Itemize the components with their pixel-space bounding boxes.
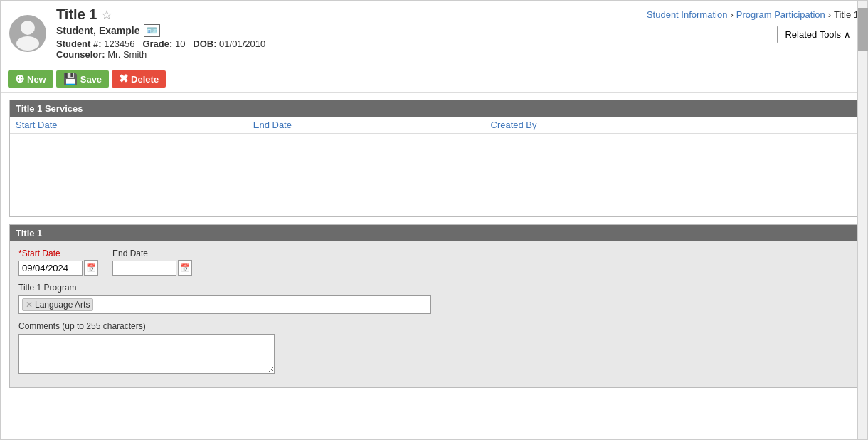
comments-textarea[interactable] — [18, 334, 275, 374]
services-table-header-row: Start Date End Date Created By — [10, 117, 858, 134]
counselor-label: Counselor: — [56, 49, 105, 60]
student-number-label: Student #: — [56, 38, 102, 49]
student-dob-label: DOB: — [193, 38, 216, 49]
services-table-wrapper: Start Date End Date Created By — [10, 117, 858, 216]
tag-remove-icon[interactable]: ✕ — [26, 300, 33, 309]
col-header-created-by[interactable]: Created By — [485, 117, 859, 134]
end-date-input-wrapper: 📅 — [112, 260, 192, 276]
save-button[interactable]: 💾 Save — [56, 70, 109, 88]
student-grade-label: Grade: — [142, 38, 172, 49]
avatar-area — [9, 15, 46, 52]
student-grade-value: 10 — [175, 38, 185, 49]
save-icon: 💾 — [63, 73, 78, 85]
student-details: Student #: 123456 Grade: 10 DOB: 01/01/2… — [56, 38, 647, 49]
end-date-calendar-button[interactable]: 📅 — [178, 260, 192, 276]
col-header-end-date[interactable]: End Date — [248, 117, 485, 134]
start-date-calendar-button[interactable]: 📅 — [84, 260, 98, 276]
header-info: Title 1 ☆ Student, Example 🪪 Student #: … — [56, 6, 647, 60]
program-tag-input[interactable]: ✕ Language Arts — [18, 295, 431, 314]
start-date-input-wrapper: 📅 — [18, 260, 98, 276]
language-arts-tag: ✕ Language Arts — [22, 298, 93, 311]
new-icon: ⊕ — [15, 73, 24, 85]
avatar — [9, 15, 46, 52]
comments-label: Comments (up to 255 characters) — [18, 321, 850, 331]
form-section: *Start Date 📅 End Date — [10, 241, 858, 387]
header: Title 1 ☆ Student, Example 🪪 Student #: … — [1, 1, 867, 66]
breadcrumb: Student Information › Program Participat… — [647, 9, 859, 20]
student-dob-value: 01/01/2010 — [219, 38, 265, 49]
services-panel-header: Title 1 Services — [10, 100, 858, 117]
program-label: Title 1 Program — [18, 283, 850, 293]
header-right: Student Information › Program Participat… — [647, 9, 859, 43]
favorite-icon[interactable]: ☆ — [101, 7, 112, 23]
comments-field: Comments (up to 255 characters) — [18, 321, 850, 376]
page-title: Title 1 — [56, 6, 97, 23]
svg-point-1 — [16, 36, 39, 51]
end-date-input[interactable] — [112, 261, 176, 276]
student-number-value: 123456 — [104, 38, 134, 49]
tag-label: Language Arts — [35, 300, 90, 310]
related-tools-label: Related Tools — [785, 29, 841, 40]
save-label: Save — [80, 74, 102, 85]
start-date-label: *Start Date — [18, 248, 98, 258]
end-date-label: End Date — [112, 248, 192, 258]
new-label: New — [27, 74, 46, 85]
new-button[interactable]: ⊕ New — [8, 70, 53, 88]
start-date-field: *Start Date 📅 — [18, 248, 98, 276]
page-wrapper: Title 1 ☆ Student, Example 🪪 Student #: … — [0, 0, 868, 440]
form-panel-header: Title 1 — [10, 225, 858, 241]
student-photo-icon[interactable]: 🪪 — [144, 24, 160, 37]
delete-label: Delete — [131, 74, 159, 85]
related-tools-button[interactable]: Related Tools ∧ — [777, 26, 859, 43]
start-date-calendar-icon: 📅 — [86, 263, 96, 273]
student-name: Student, Example — [56, 25, 139, 36]
end-date-calendar-icon: 📅 — [180, 263, 190, 273]
scrollbar-thumb[interactable] — [858, 8, 868, 51]
breadcrumb-sep-1: › — [730, 9, 733, 20]
delete-icon: ✖ — [119, 73, 128, 85]
breadcrumb-sep-2: › — [828, 9, 831, 20]
student-name-row: Student, Example 🪪 — [56, 24, 647, 37]
toolbar: ⊕ New 💾 Save ✖ Delete — [1, 66, 867, 93]
services-panel: Title 1 Services Start Date End Date Cre… — [9, 100, 859, 217]
breadcrumb-current: Title 1 — [834, 9, 859, 20]
delete-button[interactable]: ✖ Delete — [112, 70, 166, 88]
col-header-start-date[interactable]: Start Date — [10, 117, 248, 134]
title-row: Title 1 ☆ — [56, 6, 647, 23]
related-tools-chevron-icon: ∧ — [844, 29, 851, 40]
date-row: *Start Date 📅 End Date — [18, 248, 850, 276]
form-panel: Title 1 *Start Date 📅 End Da — [9, 224, 859, 388]
breadcrumb-program-participation[interactable]: Program Participation — [736, 9, 825, 20]
start-date-input[interactable] — [18, 261, 83, 276]
services-table: Start Date End Date Created By — [10, 117, 858, 134]
end-date-field: End Date 📅 — [112, 248, 192, 276]
scrollbar-track[interactable] — [857, 1, 867, 439]
breadcrumb-student-information[interactable]: Student Information — [647, 9, 727, 20]
content-area: Title 1 Services Start Date End Date Cre… — [1, 93, 867, 439]
svg-point-0 — [21, 21, 35, 35]
counselor-row: Counselor: Mr. Smith — [56, 49, 647, 60]
program-field: Title 1 Program ✕ Language Arts — [18, 283, 850, 314]
counselor-name: Mr. Smith — [107, 49, 147, 60]
